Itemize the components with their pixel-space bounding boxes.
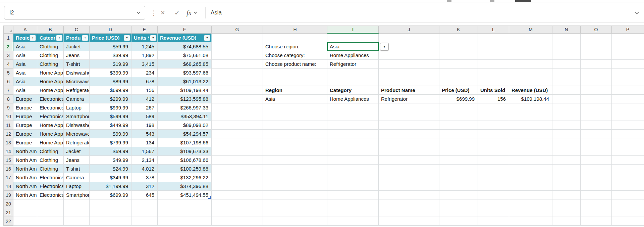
cell-M6[interactable]	[509, 77, 552, 86]
cell-K13[interactable]	[439, 138, 478, 147]
row-header-16[interactable]: 16	[3, 165, 13, 173]
column-header-D[interactable]: D	[90, 26, 131, 34]
cell-G8[interactable]	[212, 95, 263, 103]
cell-N10[interactable]	[552, 112, 581, 121]
cell-B4[interactable]: Clothing	[37, 60, 64, 69]
cell-K10[interactable]	[439, 112, 478, 121]
cell-P8[interactable]	[612, 95, 644, 103]
cell-L4[interactable]	[478, 60, 509, 69]
cell-B10[interactable]: Electronics	[37, 112, 64, 121]
cell-H14[interactable]	[263, 147, 327, 156]
cell-E3[interactable]: 1,892	[131, 51, 158, 60]
cell-C11[interactable]: Dishwasher	[64, 121, 90, 130]
cell-P22[interactable]	[612, 217, 644, 226]
cell-E13[interactable]: 134	[131, 138, 158, 147]
cell-P2[interactable]	[612, 42, 644, 51]
cell-L1[interactable]	[478, 34, 509, 42]
cell-A17[interactable]: North America	[13, 173, 37, 182]
cell-B21[interactable]	[37, 208, 64, 217]
cell-J12[interactable]	[379, 130, 439, 138]
cell-N2[interactable]	[552, 42, 581, 51]
cell-J7[interactable]: Product Name	[379, 86, 439, 95]
cell-L18[interactable]	[478, 182, 509, 191]
cell-F16[interactable]: $100,259.88	[158, 165, 212, 173]
cell-N14[interactable]	[552, 147, 581, 156]
cell-O3[interactable]	[581, 51, 612, 60]
cell-K15[interactable]	[439, 156, 478, 165]
cell-F20[interactable]	[158, 199, 212, 208]
cell-N21[interactable]	[552, 208, 581, 217]
cell-P15[interactable]	[612, 156, 644, 165]
cell-O16[interactable]	[581, 165, 612, 173]
cell-G10[interactable]	[212, 112, 263, 121]
cell-A14[interactable]: North America	[13, 147, 37, 156]
cell-L5[interactable]	[478, 69, 509, 77]
cell-F13[interactable]: $107,198.66	[158, 138, 212, 147]
cell-H3[interactable]: Choose category:	[263, 51, 327, 60]
cell-E16[interactable]: 4,012	[131, 165, 158, 173]
cell-K21[interactable]	[439, 208, 478, 217]
cell-I4[interactable]: Refrigerator	[327, 60, 379, 69]
cell-E4[interactable]: 3,415	[131, 60, 158, 69]
cell-A19[interactable]: North America	[13, 191, 37, 199]
cell-M20[interactable]	[509, 199, 552, 208]
cell-G4[interactable]	[212, 60, 263, 69]
cell-D16[interactable]: $24.99	[90, 165, 131, 173]
cell-B18[interactable]: Electronics	[37, 182, 64, 191]
cell-A22[interactable]	[13, 217, 37, 226]
cell-K6[interactable]	[439, 77, 478, 86]
cell-B11[interactable]: Home Appliances	[37, 121, 64, 130]
cell-F11[interactable]: $89,098.02	[158, 121, 212, 130]
cell-N13[interactable]	[552, 138, 581, 147]
cell-D7[interactable]: $699.99	[90, 86, 131, 95]
cell-D21[interactable]	[90, 208, 131, 217]
cell-M13[interactable]	[509, 138, 552, 147]
cell-O8[interactable]	[581, 95, 612, 103]
cell-J19[interactable]	[379, 191, 439, 199]
cell-A4[interactable]: Asia	[13, 60, 37, 69]
cell-E19[interactable]: 645	[131, 191, 158, 199]
cell-I18[interactable]	[327, 182, 379, 191]
cell-P13[interactable]	[612, 138, 644, 147]
cell-A3[interactable]: Asia	[13, 51, 37, 60]
cell-K3[interactable]	[439, 51, 478, 60]
column-header-A[interactable]: A	[13, 26, 37, 34]
cell-K12[interactable]	[439, 130, 478, 138]
cell-F19[interactable]: $451,494.55	[158, 191, 212, 199]
cell-F1[interactable]: Revenue (USD)▼	[158, 34, 212, 42]
cell-E10[interactable]: 589	[131, 112, 158, 121]
column-header-F[interactable]: F	[158, 26, 212, 34]
cell-D22[interactable]	[90, 217, 131, 226]
cell-M10[interactable]	[509, 112, 552, 121]
cell-M18[interactable]	[509, 182, 552, 191]
cell-A2[interactable]: Asia	[13, 42, 37, 51]
cell-J10[interactable]	[379, 112, 439, 121]
cell-D3[interactable]: $39.99	[90, 51, 131, 60]
confirm-button[interactable]: ✓	[174, 9, 180, 16]
cell-O12[interactable]	[581, 130, 612, 138]
cell-E18[interactable]: 312	[131, 182, 158, 191]
cell-B17[interactable]: Electronics	[37, 173, 64, 182]
cell-B14[interactable]: Clothing	[37, 147, 64, 156]
cell-P20[interactable]	[612, 199, 644, 208]
cell-K8[interactable]: $699.99	[439, 95, 478, 103]
cell-C1[interactable]: Product Name↑	[64, 34, 90, 42]
cell-I13[interactable]	[327, 138, 379, 147]
cell-M21[interactable]	[509, 208, 552, 217]
cell-J22[interactable]	[379, 217, 439, 226]
cell-I1[interactable]	[327, 34, 379, 42]
cell-D14[interactable]: $69.99	[90, 147, 131, 156]
cell-I20[interactable]	[327, 199, 379, 208]
row-header-20[interactable]: 20	[3, 199, 13, 208]
cell-G9[interactable]	[212, 103, 263, 112]
formula-input[interactable]: Asia	[211, 9, 222, 16]
cell-G20[interactable]	[212, 199, 263, 208]
cell-N7[interactable]	[552, 86, 581, 95]
cell-C15[interactable]: Jeans	[64, 156, 90, 165]
cell-D12[interactable]: $99.99	[90, 130, 131, 138]
cell-B3[interactable]: Clothing	[37, 51, 64, 60]
cell-B13[interactable]: Home Appliances	[37, 138, 64, 147]
cell-M12[interactable]	[509, 130, 552, 138]
column-header-M[interactable]: M	[509, 26, 552, 34]
column-header-L[interactable]: L	[478, 26, 509, 34]
